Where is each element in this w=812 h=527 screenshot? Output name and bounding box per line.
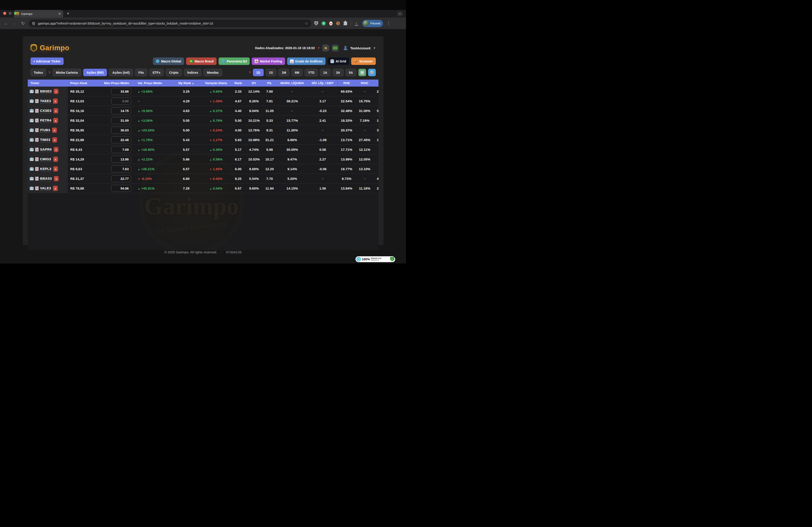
column-header-marg-l-quida[interactable]: MARG. LÍQUIDA bbox=[277, 81, 308, 85]
filter-tab-fiis[interactable]: FIIs bbox=[135, 69, 147, 76]
column-header-var-pre-o-m-dio[interactable]: Var. Preço Médio bbox=[135, 81, 171, 85]
timeslot-3a[interactable]: 3A bbox=[333, 69, 344, 76]
column-header-meu-pre-o-m-dio[interactable]: Meu Preço Médio bbox=[102, 81, 135, 85]
avg-price-input[interactable]: 22.77 bbox=[111, 175, 131, 182]
column-header-roic[interactable]: ROIC bbox=[356, 81, 374, 85]
column-header-dy[interactable]: DY bbox=[246, 81, 263, 85]
avg-price-input[interactable]: 7.09 bbox=[111, 146, 131, 153]
timeslot-1m[interactable]: 1M bbox=[278, 69, 289, 76]
chart-icon[interactable] bbox=[35, 90, 39, 93]
nav-button-macro-global[interactable]: Macro Global bbox=[153, 58, 184, 65]
forward-icon[interactable]: → bbox=[12, 21, 17, 26]
chart-icon[interactable] bbox=[35, 109, 39, 113]
ticker-link[interactable]: VALE3 bbox=[40, 186, 51, 191]
nav-button-grade-de-gr-ficos[interactable]: Grade de Gráficos bbox=[287, 58, 325, 65]
robot-icon[interactable] bbox=[30, 167, 34, 171]
back-icon[interactable]: ← bbox=[3, 21, 9, 26]
auto-refresh-button[interactable]: ↻ bbox=[359, 69, 366, 76]
ticker-link[interactable]: CMIG3 bbox=[40, 157, 51, 162]
robot-icon[interactable] bbox=[30, 138, 34, 141]
column-header-roe[interactable]: ROE bbox=[338, 79, 356, 87]
ticker-link[interactable]: KEPL3 bbox=[40, 167, 52, 171]
robot-icon[interactable] bbox=[30, 119, 34, 122]
new-tab-button[interactable]: + bbox=[67, 11, 70, 16]
close-window-button[interactable] bbox=[3, 12, 6, 15]
robot-icon[interactable] bbox=[30, 109, 34, 112]
remove-ticker-button[interactable]: x bbox=[54, 176, 59, 181]
column-header-pre-o-atual[interactable]: Preço Atual bbox=[68, 81, 102, 85]
ticker-link[interactable]: BBAS3 bbox=[40, 177, 52, 181]
auto-refresh-extension-icon[interactable]: ↻ bbox=[322, 21, 326, 26]
column-header-rank[interactable]: Rank bbox=[231, 81, 246, 85]
chart-icon[interactable] bbox=[35, 177, 39, 181]
browser-menu-icon[interactable]: ⋮ bbox=[387, 21, 390, 26]
filter-tab-a-es-br-[interactable]: Ações (BR) bbox=[83, 69, 107, 76]
chart-icon[interactable] bbox=[35, 119, 39, 122]
avg-price-input[interactable]: 30.03 bbox=[111, 127, 131, 134]
chart-icon[interactable] bbox=[35, 148, 39, 151]
remove-ticker-button[interactable]: x bbox=[54, 108, 58, 114]
avg-price-input[interactable]: 7.63 bbox=[111, 165, 131, 172]
column-header-my-rank[interactable]: My Rank ▲ bbox=[171, 81, 201, 85]
filter-tab-cripto[interactable]: Cripto bbox=[166, 69, 182, 76]
account-caret-icon[interactable]: ▼ bbox=[373, 47, 376, 49]
mouse-mode-button[interactable] bbox=[368, 69, 376, 76]
reload-icon[interactable]: ↻ bbox=[20, 21, 26, 26]
filter-tab-moedas[interactable]: Moedas bbox=[203, 69, 222, 76]
filter-tab-a-es-intl-[interactable]: Ações (Intl) bbox=[109, 69, 133, 76]
remove-ticker-button[interactable]: x bbox=[52, 137, 57, 142]
avg-price-input[interactable]: 54.06 bbox=[111, 185, 131, 192]
avg-price-input[interactable]: 13.98 bbox=[111, 156, 131, 163]
traffic-lights[interactable] bbox=[3, 12, 17, 15]
timeslot-1d[interactable]: 1D bbox=[253, 69, 264, 76]
chart-icon[interactable] bbox=[35, 138, 39, 142]
ticker-link[interactable]: TAEE3 bbox=[40, 99, 51, 104]
robot-icon[interactable] bbox=[30, 158, 34, 161]
column-header-d-v-l-q-ebit[interactable]: DÍV. LÍQ. / EBIT bbox=[308, 81, 338, 85]
site-settings-icon[interactable] bbox=[32, 21, 35, 25]
chart-icon[interactable] bbox=[35, 167, 39, 171]
remove-ticker-button[interactable]: x bbox=[53, 118, 58, 123]
updated-help-icon[interactable]: ? bbox=[318, 46, 320, 50]
avg-price-input[interactable]: 14.75 bbox=[111, 107, 131, 114]
browser-tab[interactable]: Garimpo ✕ bbox=[14, 10, 63, 18]
avg-price-input[interactable]: 33.88 bbox=[111, 88, 131, 95]
ticker-link[interactable]: ITUB3 bbox=[40, 128, 50, 133]
remove-ticker-button[interactable]: x bbox=[52, 127, 57, 133]
remove-ticker-button[interactable]: x bbox=[53, 186, 58, 191]
robot-icon[interactable] bbox=[30, 187, 34, 190]
avg-price-input[interactable]: 0.00 bbox=[111, 97, 131, 105]
timeslot-5a[interactable]: 5A bbox=[346, 69, 357, 76]
column-header-varia-o-di-ria[interactable]: Variação Diária bbox=[201, 81, 231, 85]
remove-ticker-button[interactable]: x bbox=[53, 166, 58, 171]
robot-icon[interactable] bbox=[30, 100, 34, 103]
column-header-liq[interactable]: LIQ bbox=[374, 81, 378, 85]
language-button[interactable] bbox=[332, 45, 338, 51]
ticker-link[interactable]: BBSE3 bbox=[40, 89, 52, 94]
chart-icon[interactable] bbox=[35, 128, 39, 132]
timeslot-help-icon[interactable]: ? bbox=[249, 71, 251, 74]
timeslot-6m[interactable]: 6M bbox=[291, 69, 303, 76]
ticker-link[interactable]: SAPR4 bbox=[40, 147, 52, 152]
nav-button-ai-grid[interactable]: AI Grid bbox=[328, 58, 349, 65]
chart-icon[interactable] bbox=[35, 99, 39, 103]
egg-extension-icon[interactable] bbox=[329, 21, 332, 26]
cookie-extension-icon[interactable] bbox=[336, 21, 340, 25]
remove-ticker-button[interactable]: x bbox=[53, 99, 58, 104]
filter-tab-etfs[interactable]: ETFs bbox=[149, 69, 164, 76]
extensions-puzzle-icon[interactable] bbox=[344, 21, 347, 25]
filter-tab-minha-carteira[interactable]: Minha Carteira bbox=[53, 69, 81, 76]
url-bar[interactable]: garimpo.app/?refresh=on&interval=300&sor… bbox=[29, 20, 311, 27]
add-ticker-button[interactable]: + Adicionar Ticker bbox=[30, 58, 63, 65]
theme-toggle-button[interactable]: ☀ bbox=[322, 45, 329, 51]
timeslot-1a[interactable]: 1A bbox=[320, 69, 331, 76]
ticker-link[interactable]: TIMS3 bbox=[40, 138, 50, 142]
ticker-link[interactable]: PETR4 bbox=[40, 118, 52, 123]
bookmark-star-icon[interactable]: ☆ bbox=[305, 21, 308, 26]
robot-icon[interactable] bbox=[30, 177, 34, 180]
column-header-p-l[interactable]: P/L bbox=[263, 81, 277, 85]
robot-icon[interactable] bbox=[30, 148, 34, 151]
filter-tab--ndices[interactable]: Índices bbox=[184, 69, 201, 76]
tab-search-button[interactable]: v bbox=[397, 11, 403, 16]
timeslot-1s[interactable]: 1S bbox=[266, 69, 276, 76]
